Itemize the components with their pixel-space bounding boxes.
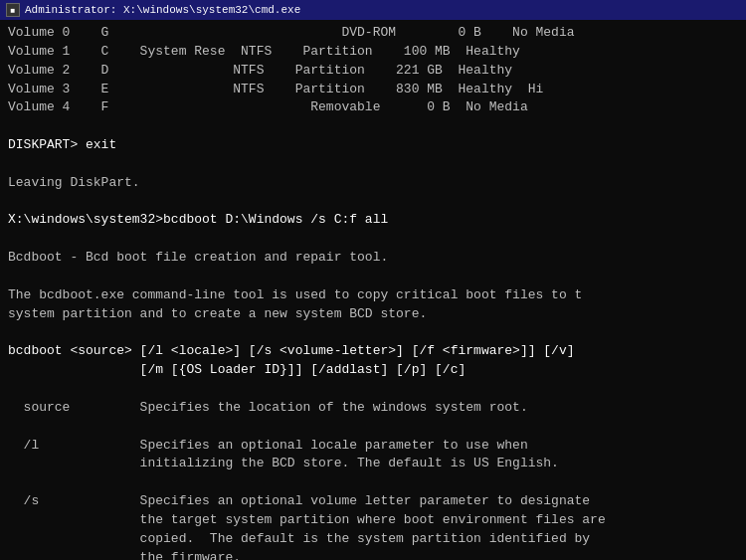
param-s-label: /s Specifies an optional volume letter p… (8, 492, 738, 511)
diskpart-exit-line: DISKPART> exit (8, 136, 738, 155)
bcdboot-title-line: Bcdboot - Bcd boot file creation and rep… (8, 249, 738, 268)
blank-2 (8, 155, 738, 174)
desc-line-1: The bcdboot.exe command-line tool is use… (8, 286, 738, 305)
bcdboot-command-line: X:\windows\system32>bcdboot D:\Windows /… (8, 211, 738, 230)
blank-8 (8, 418, 738, 437)
syntax-line-2: [/m [{OS Loader ID}]] [/addlast] [/p] [/… (8, 361, 738, 380)
param-l-desc: initializing the BCD store. The default … (8, 455, 738, 473)
terminal-window: Volume 0 G DVD-ROM 0 B No Media Volume 1… (0, 20, 746, 560)
volume-line-0: Volume 0 G DVD-ROM 0 B No Media (8, 24, 738, 43)
window-icon: ■ (6, 3, 20, 17)
volume-line-3: Volume 3 E NTFS Partition 830 MB Healthy… (8, 81, 738, 99)
param-s-desc3: the firmware. (8, 549, 738, 560)
blank-4 (8, 230, 738, 249)
blank-1 (8, 117, 738, 136)
volume-line-4: Volume 4 F Removable 0 B No Media (8, 98, 738, 117)
blank-9 (8, 473, 738, 492)
volume-line-1: Volume 1 C System Rese NTFS Partition 10… (8, 43, 738, 62)
param-l-label: /l Specifies an optional locale paramete… (8, 437, 738, 456)
volume-line-2: Volume 2 D NTFS Partition 221 GB Healthy (8, 62, 738, 81)
title-label: Administrator: X:\windows\system32\cmd.e… (25, 4, 300, 16)
leaving-line: Leaving DiskPart. (8, 174, 738, 193)
blank-7 (8, 380, 738, 399)
param-s-desc1: the target system partition where boot e… (8, 511, 738, 530)
param-source: source Specifies the location of the win… (8, 399, 738, 418)
title-bar: ■ Administrator: X:\windows\system32\cmd… (0, 0, 746, 20)
syntax-line-1: bcdboot <source> [/l <locale>] [/s <volu… (8, 342, 738, 361)
desc-line-2: system partition and to create a new sys… (8, 305, 738, 324)
blank-3 (8, 193, 738, 212)
blank-5 (8, 268, 738, 286)
blank-6 (8, 324, 738, 343)
param-s-desc2: copied. The default is the system partit… (8, 530, 738, 549)
